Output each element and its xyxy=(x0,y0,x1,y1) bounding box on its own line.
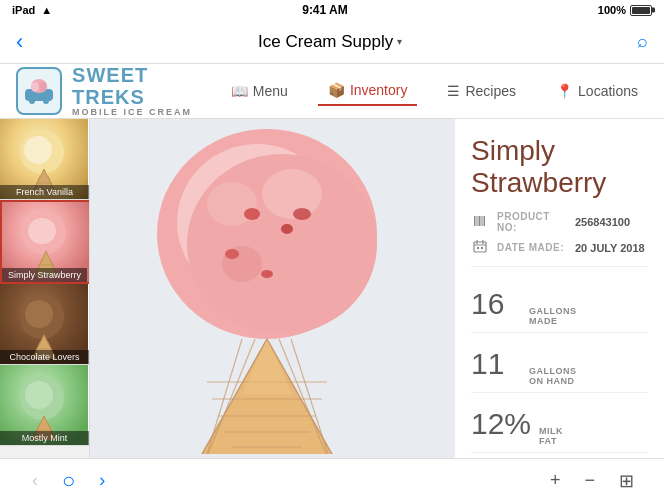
svg-rect-66 xyxy=(482,216,483,226)
svg-point-15 xyxy=(28,218,56,244)
toolbar-subtract-button[interactable]: − xyxy=(578,466,601,495)
status-bar-time: 9:41 AM xyxy=(302,3,348,17)
inventory-label: Inventory xyxy=(350,82,408,98)
sidebar-item-simply-strawberry[interactable]: Simply Strawberry › xyxy=(0,200,89,284)
product-detail: SimplyStrawberry PRODUCT NO: 256843100 xyxy=(454,119,664,458)
nav-menu[interactable]: 📖 Menu xyxy=(221,77,298,105)
product-image-area xyxy=(90,119,454,458)
toolbar-add-button[interactable]: + xyxy=(544,466,567,495)
header-bar: SWEET TREKS MOBILE ICE CREAM 📖 Menu 📦 In… xyxy=(0,64,664,119)
recipes-label: Recipes xyxy=(465,83,516,99)
logo-area: SWEET TREKS MOBILE ICE CREAM xyxy=(16,64,221,118)
svg-point-7 xyxy=(24,136,52,164)
toolbar-home-button[interactable]: ○ xyxy=(62,468,75,494)
svg-rect-73 xyxy=(481,247,483,249)
product-name: SimplyStrawberry xyxy=(471,135,648,199)
product-meta: PRODUCT NO: 256843100 DATE MADE: 20 JULY… xyxy=(471,211,648,267)
sidebar-label-mostly-mint: Mostly Mint xyxy=(0,431,89,445)
svg-point-1 xyxy=(29,98,35,104)
sidebar-item-french-vanilla[interactable]: French Vanilla xyxy=(0,119,89,200)
battery-icon xyxy=(630,5,652,16)
svg-marker-62 xyxy=(242,339,292,394)
date-made-value: 20 JULY 2018 xyxy=(575,242,645,254)
svg-point-44 xyxy=(284,232,340,276)
svg-rect-63 xyxy=(474,216,476,226)
svg-point-23 xyxy=(25,300,53,328)
status-bar-left: iPad ▲ xyxy=(12,4,52,16)
gallons-on-hand-row: 11 GALLONS ON HAND xyxy=(471,341,648,393)
nav-locations[interactable]: 📍 Locations xyxy=(546,77,648,105)
gallons-on-hand-labels: GALLONS ON HAND xyxy=(529,366,577,386)
svg-point-45 xyxy=(244,208,260,220)
milk-fat-number: 12% xyxy=(471,407,531,441)
nav-back-button[interactable]: ‹ xyxy=(16,29,23,55)
svg-rect-65 xyxy=(479,216,481,226)
nav-bar-title: Ice Cream Supply ▾ xyxy=(258,32,402,52)
svg-point-42 xyxy=(262,169,322,219)
date-made-row: DATE MADE: 20 JULY 2018 xyxy=(471,239,648,256)
locations-icon: 📍 xyxy=(556,83,573,99)
carrier-label: iPad xyxy=(12,4,35,16)
product-no-value: 256843100 xyxy=(575,216,630,228)
sidebar-item-mostly-mint[interactable]: Mostly Mint xyxy=(0,365,89,446)
menu-label: Menu xyxy=(253,83,288,99)
sidebar-label-french-vanilla: French Vanilla xyxy=(0,185,89,199)
toolbar-actions: + − ⊞ xyxy=(544,466,640,496)
gallons-made-labels: GALLONS MADE xyxy=(529,306,577,326)
svg-point-49 xyxy=(261,270,273,278)
toolbar-grid-button[interactable]: ⊞ xyxy=(613,466,640,496)
calendar-icon xyxy=(471,239,489,256)
product-no-label: PRODUCT NO: xyxy=(497,211,567,233)
status-bar: iPad ▲ 9:41 AM 100% xyxy=(0,0,664,20)
date-made-label: DATE MADE: xyxy=(497,242,567,253)
product-no-row: PRODUCT NO: 256843100 xyxy=(471,211,648,233)
nav-search-button[interactable]: ⌕ xyxy=(637,31,648,52)
svg-point-46 xyxy=(281,224,293,234)
logo-sub-text: MOBILE ICE CREAM xyxy=(72,108,221,118)
dropdown-arrow-icon[interactable]: ▾ xyxy=(397,36,402,47)
wifi-icon: ▲ xyxy=(41,4,52,16)
logo-main-text: SWEET TREKS xyxy=(72,64,221,108)
status-bar-right: 100% xyxy=(598,4,652,16)
sidebar: French Vanilla Simply Strawberry › xyxy=(0,119,90,458)
svg-point-5 xyxy=(39,82,47,92)
nav-recipes[interactable]: ☰ Recipes xyxy=(437,77,526,105)
nav-inventory[interactable]: 📦 Inventory xyxy=(318,76,418,106)
battery-label: 100% xyxy=(598,4,626,16)
svg-point-31 xyxy=(25,381,53,409)
menu-icon: 📖 xyxy=(231,83,248,99)
gallons-made-row: 16 GALLONS MADE xyxy=(471,281,648,333)
svg-point-48 xyxy=(293,208,311,220)
sidebar-item-chocolate-lovers[interactable]: Chocolate Lovers xyxy=(0,284,89,365)
inventory-icon: 📦 xyxy=(328,82,345,98)
barcode-icon xyxy=(471,214,489,231)
logo-icon xyxy=(16,67,62,115)
gallons-on-hand-number: 11 xyxy=(471,347,521,381)
svg-point-47 xyxy=(225,249,239,259)
locations-label: Locations xyxy=(578,83,638,99)
gallons-made-number: 16 xyxy=(471,287,521,321)
svg-rect-67 xyxy=(484,216,486,226)
sidebar-label-chocolate-lovers: Chocolate Lovers xyxy=(0,350,89,364)
milk-fat-labels: MILK FAT xyxy=(539,426,563,446)
main-content: French Vanilla Simply Strawberry › xyxy=(0,119,664,458)
logo-text: SWEET TREKS MOBILE ICE CREAM xyxy=(72,64,221,118)
nav-bar: ‹ Ice Cream Supply ▾ ⌕ xyxy=(0,20,664,64)
milk-fat-row: 12% MILK FAT xyxy=(471,401,648,453)
svg-point-4 xyxy=(31,82,39,92)
svg-rect-64 xyxy=(477,216,478,226)
toolbar-forward-button[interactable]: › xyxy=(91,466,113,495)
product-image xyxy=(112,119,432,458)
svg-rect-68 xyxy=(474,242,486,252)
svg-point-2 xyxy=(43,98,49,104)
bottom-toolbar: ‹ ○ › + − ⊞ xyxy=(0,458,664,502)
sidebar-label-simply-strawberry: Simply Strawberry xyxy=(2,268,87,282)
toolbar-back-button[interactable]: ‹ xyxy=(24,466,46,495)
svg-rect-72 xyxy=(477,247,479,249)
toolbar-nav: ‹ ○ › xyxy=(24,466,113,495)
recipes-icon: ☰ xyxy=(447,83,460,99)
nav-links: 📖 Menu 📦 Inventory ☰ Recipes 📍 Locations xyxy=(221,76,648,106)
